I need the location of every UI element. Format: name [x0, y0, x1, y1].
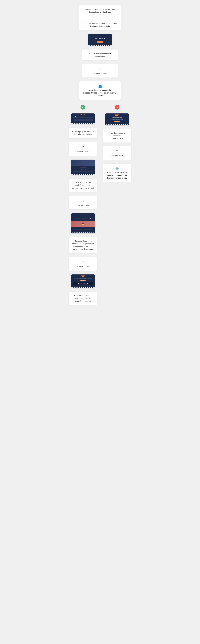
right-branch: HERE'S YOUR FREEBIE Download your free p… — [101, 110, 132, 182]
left-email3-wave — [71, 232, 95, 233]
left-wait3-card: ⏱ Esperar 3 día(s) — [69, 257, 97, 270]
countdown-3: 42 — [83, 283, 86, 285]
left-email1-line3 — [73, 119, 93, 119]
left-conn-6 — [83, 192, 83, 196]
left-conn-9 — [83, 253, 83, 257]
left-conn-10 — [83, 270, 83, 274]
left-email3-top: CASE STUDY "My business went from a burd… — [71, 213, 95, 221]
left-email3-title: "My business went from a burden to the b… — [73, 218, 93, 220]
connector-4 — [100, 78, 100, 82]
trigger-bold2: Descarga de calendario — [90, 25, 110, 27]
left-wait3-text: Esperar 3 día(s) — [72, 265, 94, 268]
email1-btn[interactable]: Download > — [97, 41, 103, 43]
email1-header: HERE'S YOUR FREEBIE Download your free p… — [88, 34, 112, 44]
left-email1-title: 10 ways you can increase productivity to… — [73, 116, 93, 117]
left-email4-btn[interactable]: Book now > — [80, 280, 86, 281]
right-connector-top — [117, 102, 117, 105]
left-step4-card: Estas invitado a un 1:1 gratuito con un … — [69, 292, 97, 305]
flow-container: Cuando un suscriptor se une al grupo Obs… — [68, 5, 132, 639]
left-email1-item-line1 — [74, 120, 93, 120]
left-email4-text: Book your free 1:1 with an accredited ac… — [73, 278, 93, 279]
left-email1-line1 — [73, 117, 93, 118]
trigger-divider-circle: ○ — [100, 17, 100, 19]
left-email1-wave — [71, 122, 95, 124]
connector-2 — [100, 46, 100, 50]
right-wait1-text: Esperar 2 día(s) — [106, 154, 128, 157]
wait1-card: ⏱ Esperar 2 día(s) — [82, 64, 118, 78]
left-step1-label: 10 consejos para aumentar la productivid… — [72, 130, 94, 135]
step1-label: Aquí tienes tu calendario de productivid… — [89, 52, 111, 57]
left-step3-card: Conoce a Jenny, una emprendedora que mej… — [69, 237, 97, 253]
left-step1-card: 10 consejos para aumentar la productivid… — [69, 128, 97, 138]
right-email1-header: HERE'S YOUR FREEBIE Download your free p… — [105, 114, 129, 124]
left-email2-img-text: 📷 — [83, 162, 84, 163]
right-step1-card: ¿Has descargado tu calendario de product… — [103, 129, 131, 142]
right-email1-tag: HERE'S YOUR FREEBIE — [112, 117, 122, 118]
right-conn-4 — [117, 160, 117, 164]
left-email4-body: Book your free 1:1 with an accredited ac… — [71, 274, 95, 286]
left-email1-item1 — [73, 119, 93, 120]
right-conn-3 — [117, 142, 117, 146]
left-step2-card: ¿Puede un coach de rendición de cuentas … — [69, 178, 97, 192]
left-email3-body — [71, 227, 95, 232]
left-conn-11 — [83, 288, 83, 292]
left-email1-dot2 — [73, 120, 73, 121]
left-email2-wave — [71, 173, 95, 175]
countdown-4: 35 — [86, 283, 89, 285]
countdown-2: 09 — [80, 283, 83, 285]
left-timer3-icon: ⏱ — [72, 260, 94, 264]
left-email3-img-person: 👩 — [82, 222, 85, 226]
left-wait2-text: Esperar 3 día(s) — [72, 204, 94, 207]
email1-lines — [98, 35, 102, 37]
left-email2-preview: 📷 ACCOUNTABILITY How accountability coac… — [71, 160, 95, 174]
left-email1-preview: QUICK TIPS 10 ways you can increase prod… — [71, 114, 95, 124]
trigger-line1: Cuando un suscriptor se une al grupo — [85, 8, 114, 10]
split-row: QUICK TIPS 10 ways you can increase prod… — [68, 110, 132, 305]
left-conn-4 — [83, 156, 83, 160]
email1-subtitle: Download your free productivity calendar — [94, 40, 106, 40]
trigger-card: Cuando un suscriptor se une al grupo Obs… — [79, 5, 121, 30]
left-email2-img: 📷 — [71, 160, 95, 166]
right-settings-text: Cambiar a otro paso: 10 consejos para au… — [106, 171, 128, 179]
left-email3-img: 👩 — [71, 221, 95, 227]
left-email1-body: QUICK TIPS 10 ways you can increase prod… — [71, 114, 95, 122]
countdown-1: 30 — [78, 283, 80, 285]
split-condition-text: Aquí tienes tu calendario de productivid… — [82, 89, 118, 97]
branch-btn-yes[interactable]: ✓ — [81, 105, 85, 110]
right-wait1-card: ⏱ Esperar 2 día(s) — [103, 146, 131, 160]
email1-line-short — [98, 36, 100, 37]
left-wait2-card: ⏱ Esperar 3 día(s) — [69, 196, 97, 209]
left-step3-label: Conoce a Jenny, una emprendedora que mej… — [72, 240, 94, 250]
trigger-line2: Cuando un suscriptor completa el formula… — [83, 22, 117, 24]
left-conn-2 — [83, 124, 83, 128]
right-settings-card: ⚙️ Cambiar a otro paso: 10 consejos para… — [103, 164, 131, 182]
right-email1-btn[interactable]: Download > — [114, 121, 120, 122]
left-email2-tag: ACCOUNTABILITY — [73, 167, 93, 168]
email1-line-long — [98, 35, 102, 36]
email1-line-medium — [98, 36, 101, 36]
left-connector-top — [83, 102, 83, 105]
connector-5 — [100, 100, 100, 102]
email1-tag: HERE'S YOUR FREEBIE — [95, 38, 105, 39]
left-email4-preview: Book your free 1:1 with an accredited ac… — [71, 274, 95, 288]
email1-preview: HERE'S YOUR FREEBIE Download your free p… — [88, 34, 112, 46]
right-timer1-icon: ⏱ — [106, 149, 128, 154]
left-email1-dot1 — [73, 119, 73, 120]
left-email1-line2 — [73, 118, 87, 118]
branch-btn-no[interactable]: ⊗ — [115, 105, 119, 110]
split-connector-row: ✓ ⊗ — [75, 102, 125, 110]
left-step4-label: Estas invitado a un 1:1 gratuito con un … — [73, 294, 93, 302]
left-branch: QUICK TIPS 10 ways you can increase prod… — [68, 110, 99, 305]
right-step1-label: ¿Has descargado tu calendario de product… — [109, 132, 125, 140]
wait1-text: Esperar 2 día(s) — [85, 72, 115, 75]
connector-3 — [100, 60, 100, 64]
right-conn-2 — [117, 125, 117, 129]
left-wait1-text: Esperar 3 día(s) — [72, 150, 94, 153]
left-timer2-icon: ⏱ — [72, 198, 94, 203]
split-condition-card: 👥 Aquí tienes tu calendario de productiv… — [79, 82, 121, 100]
right-email1-wave — [105, 124, 129, 125]
settings-icon: ⚙️ — [106, 166, 128, 171]
left-timer1-icon: ⏱ — [72, 145, 94, 150]
left-email2-title: How accountability coaching actually wor… — [73, 168, 93, 170]
left-conn-8 — [83, 233, 83, 237]
